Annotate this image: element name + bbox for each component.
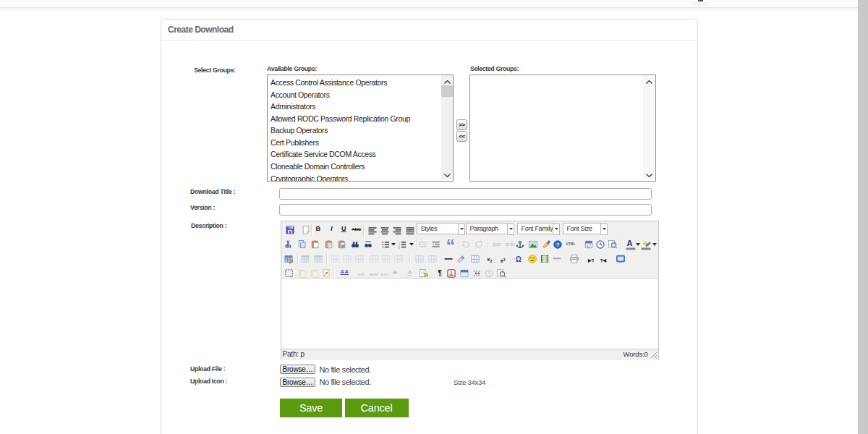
svg-text:?: ? (556, 242, 559, 248)
svg-text:W: W (341, 244, 345, 248)
svg-text:17: 17 (587, 244, 591, 248)
svg-text:3: 3 (398, 246, 400, 250)
